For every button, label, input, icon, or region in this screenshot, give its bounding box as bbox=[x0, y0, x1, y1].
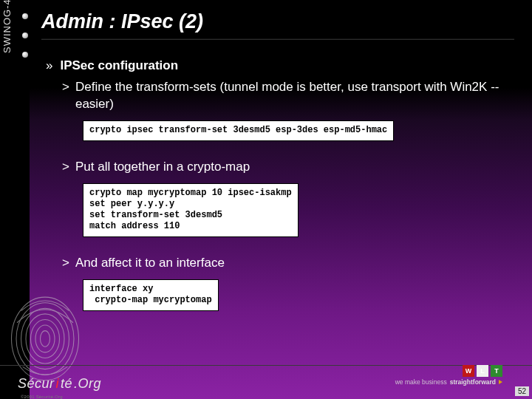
bullet-level2: > Define the transform-sets (tunnel mode… bbox=[62, 79, 504, 113]
footer: Sécurité.Org ©2001 Sécurité.Org W L T we… bbox=[0, 359, 532, 399]
logo-text: Sécur bbox=[18, 376, 55, 392]
sidebar-bullets bbox=[22, 13, 28, 58]
code-block: crypto map mycryptomap 10 ipsec-isakmp s… bbox=[83, 183, 299, 237]
chevron-icon: » bbox=[46, 58, 52, 75]
bullet-text: Define the transform-sets (tunnel mode i… bbox=[75, 79, 504, 113]
code-block: crypto ipsec transform-set 3desmd5 esp-3… bbox=[83, 120, 394, 141]
svg-point-5 bbox=[35, 325, 55, 352]
logo-right: W L T we make business straightforward bbox=[395, 365, 502, 386]
dot-icon bbox=[22, 52, 28, 58]
code-block: interface xy crypto-map mycryptomap bbox=[83, 279, 219, 311]
content-area: » IPSec configuration > Define the trans… bbox=[46, 58, 504, 327]
logo-box: L bbox=[477, 365, 488, 377]
bullet-level2: > Put all together in a crypto-map bbox=[62, 159, 504, 176]
page-number: 52 bbox=[515, 386, 529, 396]
bullet-text: IPSec configuration bbox=[60, 58, 178, 75]
page-title: Admin : IPsec (2) bbox=[41, 10, 203, 33]
logo-text: té bbox=[61, 376, 72, 392]
logo-text: i bbox=[56, 376, 60, 392]
slide: SWINOG-4 Admin : IPsec (2) » IPSec confi… bbox=[0, 0, 532, 399]
chevron-icon: > bbox=[62, 79, 69, 113]
chevron-icon: > bbox=[62, 255, 69, 272]
svg-point-6 bbox=[41, 331, 50, 347]
tagline: we make business straightforward bbox=[395, 378, 502, 386]
logo-text: .Org bbox=[74, 376, 101, 392]
bullet-level2: > And affect it to an interface bbox=[62, 255, 504, 272]
copyright: ©2001 Sécurité.Org bbox=[21, 395, 63, 399]
dot-icon bbox=[22, 33, 28, 38]
sidebar: SWINOG-4 bbox=[0, 0, 30, 399]
logo-securite: Sécurité.Org bbox=[18, 376, 101, 392]
logo-box: T bbox=[491, 365, 502, 377]
tagline-text: we make business bbox=[395, 378, 447, 386]
bullet-text: Put all together in a crypto-map bbox=[75, 159, 504, 176]
dot-icon bbox=[22, 13, 28, 19]
logo-box: W bbox=[463, 365, 474, 377]
chevron-icon: > bbox=[62, 159, 69, 176]
bullet-level1: » IPSec configuration bbox=[46, 58, 504, 75]
tagline-text: straightforward bbox=[450, 378, 496, 386]
triangle-icon bbox=[499, 380, 502, 384]
logo-boxes: W L T bbox=[463, 365, 502, 377]
title-underline bbox=[41, 38, 514, 40]
event-label: SWINOG-4 bbox=[1, 0, 13, 53]
bullet-text: And affect it to an interface bbox=[75, 255, 504, 272]
